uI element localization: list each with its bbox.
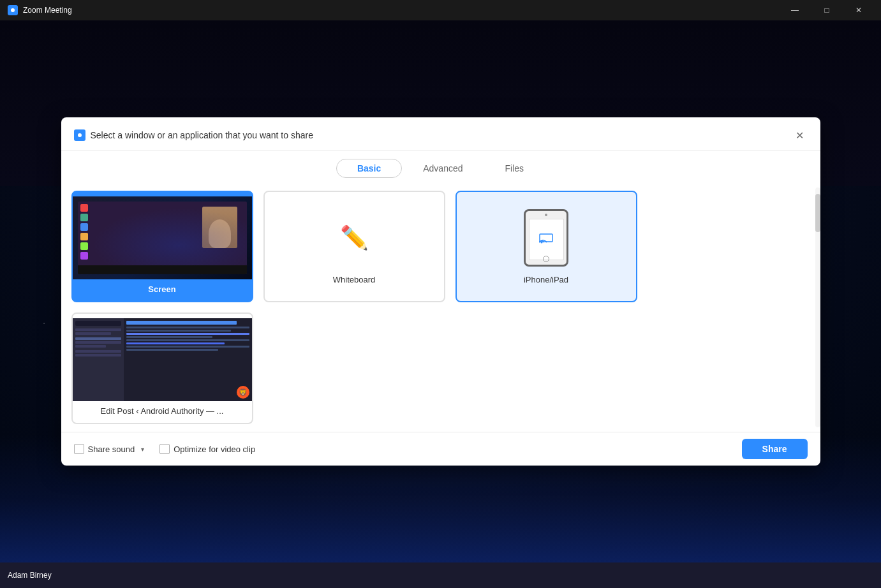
cast-icon <box>539 232 553 247</box>
share-sound-checkbox[interactable] <box>74 444 84 454</box>
optimize-video-group: Optimize for video clip <box>159 444 255 454</box>
user-name: Adam Birney <box>8 571 52 580</box>
optimize-label: Optimize for video clip <box>174 445 255 454</box>
ipad-thumbnail <box>457 206 636 270</box>
pencil-icon: ✏️ <box>340 224 369 251</box>
modal-footer: Share sound ▾ Optimize for video clip Sh… <box>61 432 820 466</box>
taskbar: Adam Birney <box>0 562 881 588</box>
tabs-container: Basic Advanced Files <box>61 151 820 183</box>
iphone-label: iPhone/iPad <box>524 270 568 287</box>
zoom-app-icon <box>8 5 18 15</box>
editpost-label: Edit Post ‹ Android Authority — ... <box>101 401 224 418</box>
share-button[interactable]: Share <box>742 439 808 459</box>
screen-preview <box>73 196 252 279</box>
modal-zoom-icon <box>74 129 85 141</box>
minimize-button[interactable]: — <box>780 0 810 20</box>
share-item-whiteboard[interactable]: ✏️ Whiteboard <box>263 191 445 302</box>
tab-files[interactable]: Files <box>484 159 545 178</box>
ipad-device <box>524 209 568 267</box>
modal-title: Select a window or an application that y… <box>91 130 787 140</box>
share-sound-group: Share sound ▾ <box>74 444 147 454</box>
window-title: Zoom Meeting <box>23 6 775 15</box>
title-bar: Zoom Meeting — □ ✕ <box>0 0 881 20</box>
svg-point-5 <box>541 241 543 243</box>
scrollbar-thumb <box>815 194 820 232</box>
tab-basic[interactable]: Basic <box>336 159 402 178</box>
ipad-home-button <box>543 256 549 262</box>
modal-scrollbar[interactable] <box>815 187 820 427</box>
whiteboard-label: Whiteboard <box>333 270 375 287</box>
close-button[interactable]: ✕ <box>844 0 873 20</box>
screen-inner <box>78 202 247 274</box>
share-content-area: Screen ✏️ Whiteboard <box>61 183 820 432</box>
modal-header: Select a window or an application that y… <box>61 117 820 151</box>
screen-label: Screen <box>148 279 175 297</box>
ipad-screen <box>529 219 564 260</box>
optimize-checkbox[interactable] <box>159 444 170 454</box>
share-modal: Select a window or an application that y… <box>61 117 820 466</box>
whiteboard-thumbnail: ✏️ <box>265 206 444 270</box>
editpost-thumbnail: 🦁 <box>73 318 252 401</box>
share-item-screen[interactable]: Screen <box>71 191 253 302</box>
maximize-button[interactable]: □ <box>812 0 841 20</box>
modal-close-button[interactable]: ✕ <box>792 128 808 143</box>
tab-advanced[interactable]: Advanced <box>402 159 484 178</box>
editpost-sidebar <box>73 318 124 401</box>
window-controls: — □ ✕ <box>780 0 873 20</box>
share-sound-dropdown[interactable]: ▾ <box>138 445 147 454</box>
share-item-editpost[interactable]: 🦁 Edit Post ‹ Android Authority — ... <box>71 312 253 424</box>
editpost-content <box>124 318 252 401</box>
share-sound-label: Share sound <box>88 445 135 454</box>
svg-point-3 <box>78 133 82 137</box>
svg-point-1 <box>11 8 15 12</box>
ipad-camera <box>545 214 547 216</box>
modal-overlay: Select a window or an application that y… <box>0 20 881 562</box>
editpost-preview: 🦁 <box>73 318 252 401</box>
editpost-inner <box>73 318 252 401</box>
brave-icon: 🦁 <box>237 386 249 399</box>
screen-taskbar <box>78 265 247 274</box>
share-item-iphone[interactable]: iPhone/iPad <box>455 191 637 302</box>
screen-thumbnail <box>73 196 252 279</box>
